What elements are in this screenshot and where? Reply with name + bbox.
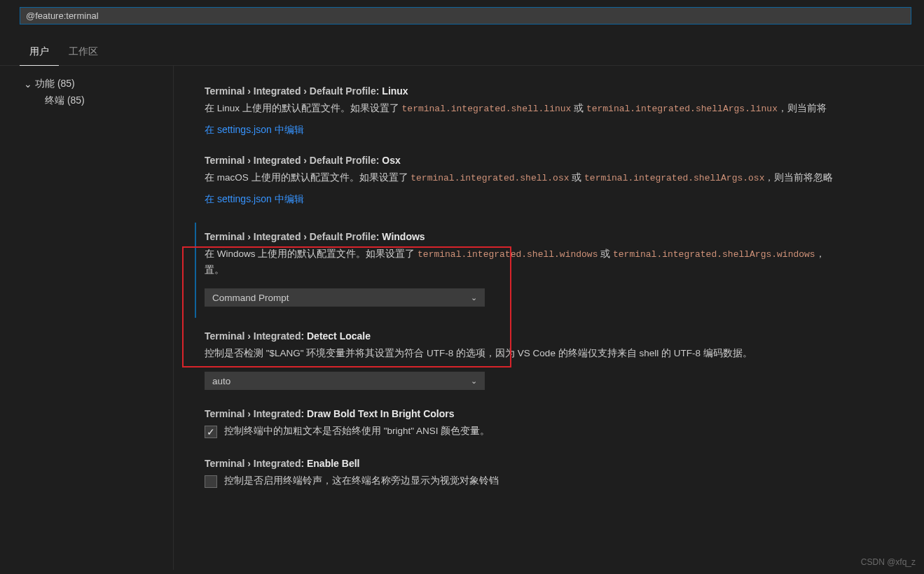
setting-title: Terminal › Integrated: Draw Bold Text In… [205,408,903,419]
edit-in-settings-json-link[interactable]: 在 settings.json 中编辑 [205,193,304,204]
enable-bell-checkbox[interactable] [205,475,217,488]
sidebar-item-label: 终端 (85) [45,94,85,107]
setting-default-profile-osx: Terminal › Integrated › Default Profile:… [174,148,924,217]
setting-title: Terminal › Integrated › Default Profile:… [205,155,903,166]
setting-description: 控制是否启用终端铃声，这在终端名称旁边显示为视觉对象铃铛 [224,473,499,489]
setting-description: 控制是否检测 "$LANG" 环境变量并将其设置为符合 UTF-8 的选项，因为… [205,346,903,362]
setting-description: 控制终端中的加粗文本是否始终使用 "bright" ANSI 颜色变量。 [224,424,490,440]
setting-title: Terminal › Integrated › Default Profile:… [205,85,903,97]
chevron-down-icon: ⌄ [471,293,477,302]
setting-title: Terminal › Integrated: Detect Locale [205,330,903,342]
settings-search-input[interactable] [20,7,911,24]
setting-default-profile-windows: Terminal › Integrated › Default Profile:… [174,217,924,323]
chevron-down-icon: ⌄ [471,377,477,386]
setting-description: 在 macOS 上使用的默认配置文件。如果设置了 terminal.integr… [205,170,903,186]
select-value: Command Prompt [212,293,289,303]
setting-description: 在 Windows 上使用的默认配置文件。如果设置了 terminal.inte… [205,246,903,279]
edit-in-settings-json-link[interactable]: 在 settings.json 中编辑 [205,124,304,135]
sidebar-item-terminal[interactable]: 终端 (85) [24,92,173,109]
sidebar-item-label: 功能 (85) [35,78,75,90]
setting-title: Terminal › Integrated › Default Profile:… [205,231,903,242]
select-value: auto [212,376,230,386]
setting-title: Terminal › Integrated: Enable Bell [205,458,903,469]
sidebar-item-features[interactable]: ⌄ 功能 (85) [24,76,173,92]
draw-bold-checkbox[interactable]: ✓ [205,426,217,438]
setting-enable-bell: Terminal › Integrated: Enable Bell 控制是否启… [174,451,924,489]
default-profile-windows-select[interactable]: Command Prompt ⌄ [205,288,485,307]
chevron-down-icon: ⌄ [24,78,31,90]
scope-tabs: 用户 工作区 [0,29,924,66]
detect-locale-select[interactable]: auto ⌄ [205,372,485,390]
settings-tree-sidebar: ⌄ 功能 (85) 终端 (85) [0,66,174,570]
setting-detect-locale: Terminal › Integrated: Detect Locale 控制是… [174,323,924,401]
setting-default-profile-linux: Terminal › Integrated › Default Profile:… [174,78,924,148]
settings-content: Terminal › Integrated › Default Profile:… [174,66,924,570]
tab-workspace[interactable]: 工作区 [59,41,108,65]
tab-user[interactable]: 用户 [20,41,59,66]
setting-draw-bold-bright: Terminal › Integrated: Draw Bold Text In… [174,401,924,451]
setting-description: 在 Linux 上使用的默认配置文件。如果设置了 terminal.integr… [205,101,903,117]
watermark: CSDN @xfq_z [861,557,916,567]
